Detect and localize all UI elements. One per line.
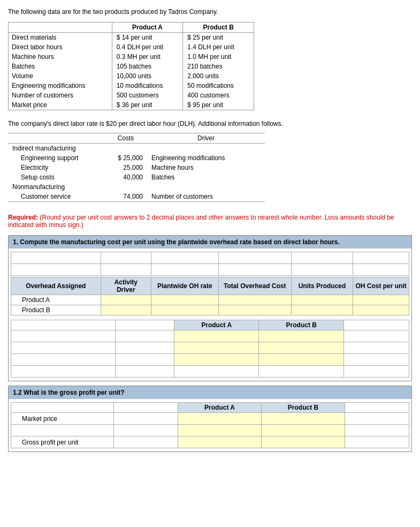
product-b-activity[interactable] [101, 305, 151, 315]
gross-profit-blank [114, 436, 178, 448]
gp-product-b-header: Product B [262, 403, 345, 413]
blank-2-6 [353, 264, 409, 276]
product-b-label: Product B [11, 305, 101, 315]
cb-3-b[interactable] [259, 354, 344, 366]
gross-profit-row: Gross profit per unit [11, 436, 409, 448]
blank-1-4[interactable] [218, 252, 291, 264]
cb-1-b[interactable] [259, 330, 344, 342]
cb-product-a-header: Product A [174, 320, 259, 330]
costs-col2: Driver [147, 133, 265, 144]
product-a-plantwide[interactable] [151, 295, 218, 305]
cb-4-b[interactable] [259, 366, 344, 378]
blank-2-1 [11, 264, 101, 276]
intro-text: The following data are for the two produ… [8, 8, 412, 16]
col-activity-driver: ActivityDriver [101, 277, 151, 295]
product-b-units[interactable] [291, 305, 353, 315]
gp-extra-col [345, 403, 409, 413]
blank-2-5 [291, 264, 353, 276]
blank-1-3[interactable] [151, 252, 218, 264]
section1-main-table: Overhead Assigned ActivityDriver Plantwi… [11, 277, 409, 315]
section1-header: 1. Compute the manufacturing cost per un… [9, 236, 411, 249]
required-label: Required: [8, 214, 40, 221]
cb-4-extra [344, 366, 409, 378]
product-a-oh-cost[interactable] [353, 295, 409, 305]
gp-product-a-header: Product A [178, 403, 262, 413]
cb-label-col [11, 320, 116, 330]
cb-1-extra [344, 330, 409, 342]
cb-row-4 [11, 366, 409, 378]
cb-1-label [11, 330, 116, 342]
col-oh-cost-per-unit: OH Cost per unit [353, 277, 409, 295]
blank-row-2 [11, 264, 409, 276]
market-price-a[interactable] [178, 413, 262, 425]
section12-content: Product A Product B Market price [9, 399, 411, 451]
cb-row-2 [11, 342, 409, 354]
blank-1-2 [101, 252, 151, 264]
cb-3-a[interactable] [174, 354, 259, 366]
gross-profit-b[interactable] [262, 436, 345, 448]
cb-extra-col [344, 320, 409, 330]
gp-table: Product A Product B Market price [11, 402, 409, 448]
cb-1-blank [116, 330, 174, 342]
cb-3-blank [116, 354, 174, 366]
costs-col1: Costs [104, 133, 147, 144]
cb-4-label [11, 366, 116, 378]
cb-2-a[interactable] [174, 342, 259, 354]
gross-profit-extra [345, 436, 409, 448]
col-total-oh-cost: Total Overhead Cost [218, 277, 291, 295]
required-body: (Round your per unit cost answers to 2 d… [8, 214, 394, 229]
costs-col0 [8, 133, 104, 144]
gp-blank-col [114, 403, 178, 413]
cb-4-blank [116, 366, 174, 378]
gp-blank-extra [345, 425, 409, 436]
product-a-activity[interactable] [101, 295, 151, 305]
product-a-units[interactable] [291, 295, 353, 305]
product-a-total-oh[interactable] [218, 295, 291, 305]
section12-box: 1.2 What is the gross profit per unit? P… [8, 386, 412, 452]
gp-label-col [11, 403, 114, 413]
product-b-total-oh[interactable] [218, 305, 291, 315]
cb-row-1 [11, 330, 409, 342]
costs-table: Costs Driver Indirect manufacturingEngin… [8, 133, 265, 204]
cb-blank-col [116, 320, 174, 330]
market-price-row: Market price [11, 413, 409, 425]
section1-blank-top [11, 252, 409, 276]
blank-2-3 [151, 264, 218, 276]
cb-4-a[interactable] [174, 366, 259, 378]
cb-row-3 [11, 354, 409, 366]
section1-content: Overhead Assigned ActivityDriver Plantwi… [9, 249, 411, 381]
gross-profit-a[interactable] [178, 436, 262, 448]
section1-col-headers: Overhead Assigned ActivityDriver Plantwi… [11, 277, 409, 295]
gp-header-row: Product A Product B [11, 403, 409, 413]
blank-row-gp [11, 425, 409, 436]
product-b-oh-cost[interactable] [353, 305, 409, 315]
cost-breakdown-header: Product A Product B [11, 320, 409, 330]
product-a-row: Product A [11, 295, 409, 305]
market-price-b[interactable] [262, 413, 345, 425]
cb-3-extra [344, 354, 409, 366]
cb-2-b[interactable] [259, 342, 344, 354]
cb-1-a[interactable] [174, 330, 259, 342]
product-b-plantwide[interactable] [151, 305, 218, 315]
blank-1-6 [353, 252, 409, 264]
product-b-row: Product B [11, 305, 409, 315]
col-plantwide-rate: Plantwide OH rate [151, 277, 218, 295]
col-units-produced: Units Produced [291, 277, 353, 295]
cb-3-label [11, 354, 116, 366]
market-price-extra [345, 413, 409, 425]
blank-2-4 [218, 264, 291, 276]
blank-row-1 [11, 252, 409, 264]
gp-blank-b1 [114, 425, 178, 436]
product-table-col2: Product B [183, 22, 254, 33]
section1-cost-breakdown: Product A Product B [11, 320, 409, 378]
cb-2-extra [344, 342, 409, 354]
gross-profit-label: Gross profit per unit [11, 436, 114, 448]
market-price-blank [114, 413, 178, 425]
gp-deduct-b[interactable] [262, 425, 345, 436]
section1-box: 1. Compute the manufacturing cost per un… [8, 235, 412, 381]
gp-deduct-a[interactable] [178, 425, 262, 436]
market-price-label: Market price [11, 413, 114, 425]
blank-1-1 [11, 252, 101, 264]
col-overhead-assigned: Overhead Assigned [11, 277, 101, 295]
product-table: Product A Product B Direct materials$ 14… [8, 22, 254, 110]
